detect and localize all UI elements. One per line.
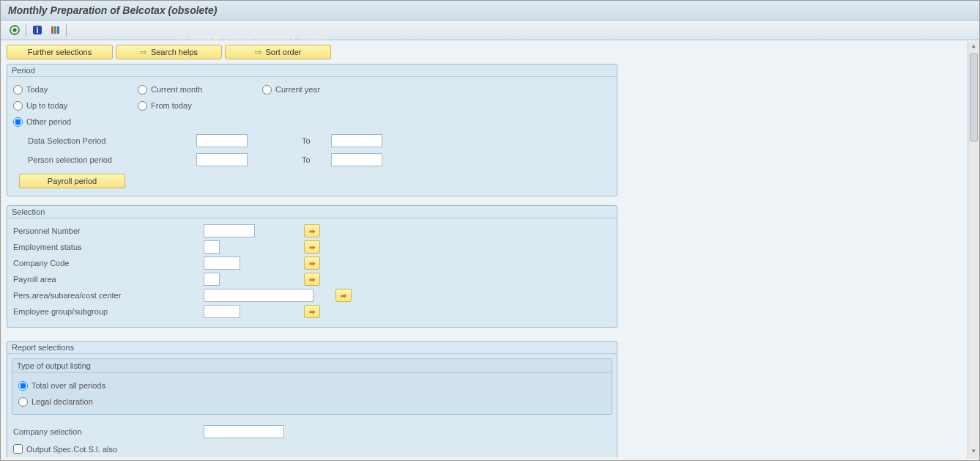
radio-today[interactable]: Today xyxy=(13,85,48,95)
scroll-down-icon[interactable]: ▾ xyxy=(968,447,979,459)
person-selection-period-label: Person selection period xyxy=(13,155,196,164)
selection-button-row: Further selections ⇨ Search helps ⇨ Sort… xyxy=(1,40,979,64)
to-label: To xyxy=(302,136,316,145)
period-group: Period Today Current month Current year … xyxy=(7,64,617,196)
person-selection-from-input[interactable] xyxy=(196,153,248,166)
sort-order-label: Sort order xyxy=(266,48,302,56)
search-helps-button[interactable]: ⇨ Search helps xyxy=(116,45,222,59)
company-selection-input[interactable] xyxy=(204,425,284,438)
further-selections-label: Further selections xyxy=(28,48,92,56)
main-content: Period Today Current month Current year … xyxy=(1,64,979,457)
radio-up-to-today[interactable]: Up to today xyxy=(13,101,67,111)
pers-area-multi-button[interactable] xyxy=(335,289,352,302)
employee-group-multi-button[interactable] xyxy=(304,305,320,318)
personnel-number-multi-button[interactable] xyxy=(304,224,320,237)
scroll-up-icon[interactable]: ▴ xyxy=(968,42,979,54)
output-spec-checkbox[interactable] xyxy=(13,444,23,454)
personnel-number-input[interactable] xyxy=(204,224,255,237)
radio-total-periods[interactable]: Total over all periods xyxy=(18,381,105,391)
selection-group: Selection Personnel Number Employment st… xyxy=(7,205,617,328)
employment-status-input[interactable] xyxy=(204,240,220,254)
page-title-text: Monthly Preparation of Belcotax (obsolet… xyxy=(8,4,217,16)
svg-point-1 xyxy=(13,29,17,32)
arrow-right-icon: ⇨ xyxy=(140,48,146,57)
report-selections-group: Report selections Type of output listing… xyxy=(7,341,617,457)
sort-order-button[interactable]: ⇨ Sort order xyxy=(225,45,331,59)
payroll-period-button[interactable]: Payroll period xyxy=(19,174,125,188)
to-label: To xyxy=(302,155,316,164)
radio-other-period[interactable]: Other period xyxy=(13,117,71,127)
radio-legal-declaration-label: Legal declaration xyxy=(31,397,93,406)
payroll-area-label: Payroll area xyxy=(13,275,204,284)
svg-rect-8 xyxy=(57,26,59,34)
company-code-label: Company Code xyxy=(13,259,204,268)
radio-current-year-label: Current year xyxy=(275,85,320,94)
report-selections-legend: Report selections xyxy=(7,342,617,354)
employee-group-input[interactable] xyxy=(204,305,240,318)
output-type-subgroup: Type of output listing Total over all pe… xyxy=(12,358,612,415)
radio-legal-declaration[interactable]: Legal declaration xyxy=(18,397,93,407)
company-code-multi-button[interactable] xyxy=(304,257,320,270)
toolbar-separator xyxy=(66,23,67,37)
further-selections-button[interactable]: Further selections xyxy=(7,45,113,59)
app-toolbar: i xyxy=(1,21,979,40)
svg-rect-7 xyxy=(54,26,56,34)
employee-group-label: Employee group/subgroup xyxy=(13,307,204,316)
employment-status-multi-button[interactable] xyxy=(304,240,320,254)
radio-today-label: Today xyxy=(26,85,48,94)
radio-current-year[interactable]: Current year xyxy=(262,85,320,95)
variant-icon[interactable] xyxy=(48,23,62,37)
output-type-legend: Type of output listing xyxy=(12,359,612,373)
pers-area-label: Pers.area/subarea/cost center xyxy=(13,291,204,300)
radio-current-month-label: Current month xyxy=(151,85,202,94)
radio-from-today[interactable]: From today xyxy=(138,101,192,111)
person-selection-to-input[interactable] xyxy=(331,153,382,166)
arrow-right-icon: ⇨ xyxy=(255,48,261,57)
radio-from-today-label: From today xyxy=(151,101,192,110)
radio-other-period-label: Other period xyxy=(26,117,71,126)
svg-text:i: i xyxy=(36,26,38,34)
radio-up-to-today-label: Up to today xyxy=(26,101,67,110)
employment-status-label: Employment status xyxy=(13,243,204,251)
vertical-scrollbar[interactable]: ▴ ▾ xyxy=(968,42,979,459)
personnel-number-label: Personnel Number xyxy=(13,226,204,235)
data-selection-to-input[interactable] xyxy=(331,134,382,147)
output-spec-label: Output Spec.Cot.S.I. also xyxy=(26,445,117,454)
payroll-area-multi-button[interactable] xyxy=(304,273,320,286)
payroll-period-label: Payroll period xyxy=(48,177,97,185)
scroll-thumb[interactable] xyxy=(970,54,978,141)
radio-total-periods-label: Total over all periods xyxy=(31,381,105,390)
data-selection-period-label: Data Selection Period xyxy=(13,136,196,145)
pers-area-input[interactable] xyxy=(204,289,313,302)
company-selection-label: Company selection xyxy=(13,427,204,436)
radio-current-month[interactable]: Current month xyxy=(138,85,202,95)
info-icon[interactable]: i xyxy=(31,23,44,37)
svg-rect-6 xyxy=(51,26,53,34)
execute-icon[interactable] xyxy=(8,23,21,37)
search-helps-label: Search helps xyxy=(151,48,198,56)
data-selection-from-input[interactable] xyxy=(196,134,248,147)
payroll-area-input[interactable] xyxy=(204,273,220,286)
page-title: Monthly Preparation of Belcotax (obsolet… xyxy=(1,1,979,21)
period-legend: Period xyxy=(7,64,617,77)
company-code-input[interactable] xyxy=(204,257,240,270)
selection-legend: Selection xyxy=(7,206,617,218)
toolbar-separator xyxy=(26,23,26,37)
